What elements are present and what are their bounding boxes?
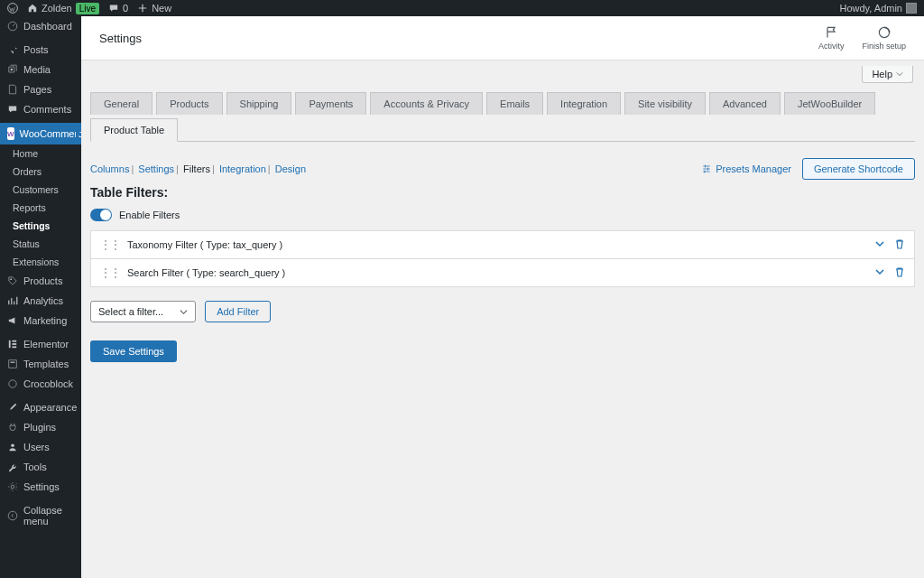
tab-advanced[interactable]: Advanced <box>709 92 781 115</box>
live-badge: Live <box>76 3 99 14</box>
nav-label: Tools <box>23 461 47 472</box>
nav-label: Marketing <box>23 315 67 326</box>
plus-icon <box>137 3 148 14</box>
nav-dashboard[interactable]: Dashboard <box>0 16 81 36</box>
enable-filters-label: Enable Filters <box>119 210 180 220</box>
megaphone-icon <box>7 315 18 326</box>
nav-comments[interactable]: Comments <box>0 99 81 119</box>
howdy[interactable]: Howdy, Admin <box>840 3 918 14</box>
new-link[interactable]: New <box>137 3 171 14</box>
nav-crocoblock[interactable]: Crocoblock <box>0 374 81 394</box>
nav-marketing[interactable]: Marketing <box>0 311 81 331</box>
nav-label: Pages <box>23 84 51 95</box>
svg-rect-7 <box>12 346 16 348</box>
main-content: Settings Activity Finish setup Help Gene… <box>81 16 924 578</box>
woo-sub-reports[interactable]: Reports <box>0 199 81 217</box>
nav-templates[interactable]: Templates <box>0 354 81 374</box>
woo-sub-extensions[interactable]: Extensions <box>0 253 81 271</box>
nav-woocommerce[interactable]: WWooCommerce <box>0 123 81 144</box>
enable-filters-toggle[interactable] <box>90 209 112 221</box>
drag-handle-icon[interactable]: ⋮⋮ <box>100 266 120 279</box>
select-placeholder: Select a filter... <box>98 306 163 317</box>
woo-icon: W <box>7 127 14 140</box>
pin-icon <box>7 44 18 55</box>
chart-icon <box>7 295 18 306</box>
tab-shipping[interactable]: Shipping <box>226 92 292 115</box>
tab-site-visibility[interactable]: Site visibility <box>624 92 706 115</box>
nav-users[interactable]: Users <box>0 437 81 457</box>
woo-sub-orders[interactable]: Orders <box>0 163 81 181</box>
crumb-columns[interactable]: Columns <box>90 163 129 174</box>
nav-products[interactable]: Products <box>0 271 81 291</box>
nav-tools[interactable]: Tools <box>0 457 81 477</box>
comment-icon <box>108 3 119 14</box>
crumb-settings[interactable]: Settings <box>138 163 174 174</box>
svg-point-3 <box>10 278 12 280</box>
activity-button[interactable]: Activity <box>818 25 845 51</box>
filter-select[interactable]: Select a filter... <box>90 301 196 322</box>
nav-collapse[interactable]: Collapse menu <box>0 500 81 531</box>
nav-elementor[interactable]: Elementor <box>0 334 81 354</box>
help-toggle[interactable]: Help <box>862 66 913 83</box>
tab-product-table[interactable]: Product Table <box>90 118 178 142</box>
tag-icon <box>7 275 18 286</box>
collapse-icon <box>7 510 18 521</box>
finish-setup-button[interactable]: Finish setup <box>862 25 906 51</box>
woo-sub-home[interactable]: Home <box>0 144 81 163</box>
drag-handle-icon[interactable]: ⋮⋮ <box>100 238 120 251</box>
svg-point-12 <box>8 511 17 520</box>
chevron-down-icon <box>874 238 885 249</box>
nav-label: Collapse menu <box>23 505 74 527</box>
user-icon <box>7 442 18 452</box>
nav-label: Appearance <box>23 402 77 413</box>
generate-shortcode-button[interactable]: Generate Shortcode <box>802 158 915 180</box>
woo-sub-settings[interactable]: Settings <box>0 217 81 235</box>
woo-sub-customers[interactable]: Customers <box>0 181 81 199</box>
svg-point-0 <box>8 4 18 14</box>
tab-products[interactable]: Products <box>156 92 222 115</box>
trash-icon <box>894 238 905 249</box>
chevron-down-icon <box>180 308 188 316</box>
filter-item: ⋮⋮ Taxonomy Filter ( Type: tax_query ) <box>90 230 915 259</box>
wp-logo[interactable] <box>7 3 18 14</box>
expand-button[interactable] <box>874 238 885 251</box>
nav-label: Users <box>23 442 50 452</box>
woo-sub-status[interactable]: Status <box>0 235 81 253</box>
presets-manager-link[interactable]: Presets Manager <box>701 163 791 174</box>
nav-posts[interactable]: Posts <box>0 40 81 60</box>
page-title: Settings <box>99 32 142 45</box>
crumb-design[interactable]: Design <box>275 163 306 174</box>
nav-label: Media <box>23 64 51 75</box>
presets-label: Presets Manager <box>716 163 791 174</box>
filter-title: Search Filter ( Type: search_query ) <box>127 267 865 278</box>
expand-button[interactable] <box>874 266 885 279</box>
tab-emails[interactable]: Emails <box>486 92 543 115</box>
svg-rect-8 <box>9 360 16 368</box>
nav-pages[interactable]: Pages <box>0 79 81 99</box>
tab-integration[interactable]: Integration <box>547 92 621 115</box>
nav-label: Posts <box>23 44 49 55</box>
site-link[interactable]: Zolden Live <box>27 3 99 14</box>
site-name: Zolden <box>42 3 72 14</box>
tab-general[interactable]: General <box>90 92 152 115</box>
tab-jetwoobuilder[interactable]: JetWooBuilder <box>784 92 875 115</box>
page-header: Settings Activity Finish setup <box>81 16 924 61</box>
delete-button[interactable] <box>894 238 905 251</box>
avatar <box>906 3 917 14</box>
tab-accounts[interactable]: Accounts & Privacy <box>370 92 483 115</box>
nav-appearance[interactable]: Appearance <box>0 397 81 417</box>
tab-payments[interactable]: Payments <box>295 92 366 115</box>
nav-analytics[interactable]: Analytics <box>0 291 81 311</box>
save-settings-button[interactable]: Save Settings <box>90 340 177 362</box>
crumb-integration[interactable]: Integration <box>219 163 266 174</box>
add-filter-button[interactable]: Add Filter <box>205 301 271 322</box>
templates-icon <box>7 359 18 369</box>
nav-media[interactable]: Media <box>0 60 81 79</box>
delete-button[interactable] <box>894 266 905 279</box>
breadcrumb: Columns| Settings| Filters| Integration|… <box>90 163 306 174</box>
nav-settings[interactable]: Settings <box>0 477 81 497</box>
nav-plugins[interactable]: Plugins <box>0 417 81 437</box>
comment-icon <box>7 104 18 115</box>
comments-link[interactable]: 0 <box>108 3 128 14</box>
nav-label: Settings <box>23 481 60 492</box>
